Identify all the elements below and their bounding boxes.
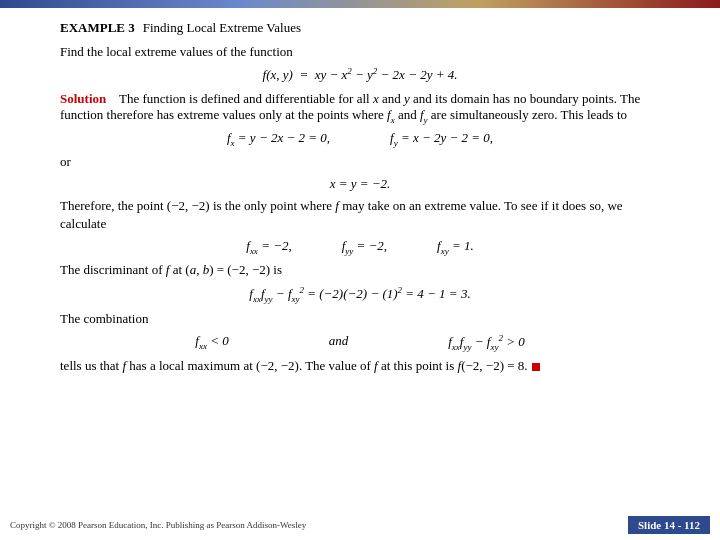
example-header: EXAMPLE 3 Finding Local Extreme Values	[60, 20, 660, 36]
eq1-left: fx = y − 2x − 2 = 0,	[227, 130, 330, 148]
eq1-right: fy = x − 2y − 2 = 0,	[390, 130, 493, 148]
eq3-3: fxy = 1.	[437, 238, 474, 256]
tells-text: tells us that f has a local maximum at (…	[60, 357, 660, 375]
solution-block: Solution The function is defined and dif…	[60, 91, 660, 125]
equation-row-5: fxx < 0 and fxxfyy − fxy2 > 0	[60, 333, 660, 352]
find-text: Find the local extreme values of the fun…	[60, 44, 660, 60]
equation-row-1: fx = y − 2x − 2 = 0, fy = x − 2y − 2 = 0…	[60, 130, 660, 148]
solution-text: The function is defined and differentiab…	[60, 91, 640, 122]
discriminant-text: The discriminant of f at (a, b) = (−2, −…	[60, 261, 660, 279]
copyright-text: Copyright © 2008 Pearson Education, Inc.…	[10, 520, 306, 530]
eq5-left: fxx < 0	[195, 333, 228, 352]
footer: Copyright © 2008 Pearson Education, Inc.…	[0, 516, 720, 534]
top-bar	[0, 0, 720, 8]
function-definition: f(x, y) = xy − x2 − y2 − 2x − 2y + 4.	[60, 66, 660, 83]
solution-label: Solution	[60, 91, 106, 106]
main-content: EXAMPLE 3 Finding Local Extreme Values F…	[0, 8, 720, 386]
eq3-1: fxx = −2,	[246, 238, 291, 256]
slide-label: Slide 14 - 112	[628, 516, 710, 534]
equation-2: x = y = −2.	[60, 176, 660, 192]
eq5-right: fxxfyy − fxy2 > 0	[448, 333, 524, 352]
equation-4: fxxfyy − fxy2 = (−2)(−2) − (1)2 = 4 − 1 …	[60, 285, 660, 304]
eq3-2: fyy = −2,	[342, 238, 387, 256]
therefore-text: Therefore, the point (−2, −2) is the onl…	[60, 197, 660, 233]
combination-text: The combination	[60, 310, 660, 328]
or-text: or	[60, 153, 660, 171]
end-square	[532, 363, 540, 371]
eq5-and: and	[329, 333, 349, 352]
example-title: Finding Local Extreme Values	[143, 20, 301, 36]
example-label: EXAMPLE 3	[60, 20, 135, 36]
equation-row-3: fxx = −2, fyy = −2, fxy = 1.	[60, 238, 660, 256]
